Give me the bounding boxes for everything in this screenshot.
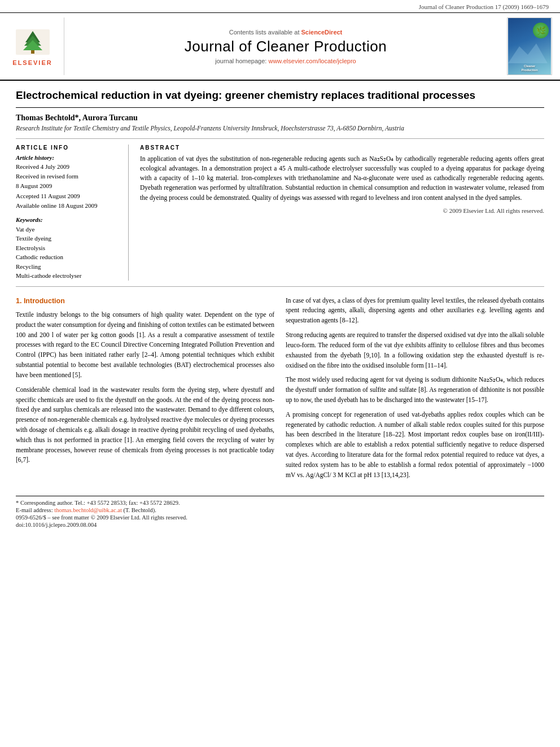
journal-title-center: Contents lists available at ScienceDirec…: [70, 18, 501, 75]
cover-box: 🌿 Cleaner Production: [508, 18, 551, 75]
elsevier-logo: ELSEVIER: [8, 18, 64, 75]
intro-para-1: Textile industry belongs to the big cons…: [16, 310, 274, 381]
footer-corresponding: * Corresponding author. Tel.: +43 5572 2…: [16, 500, 544, 506]
right-para-2: Strong reducing agents are required to t…: [286, 330, 544, 370]
journal-main-title: Journal of Cleaner Production: [185, 38, 387, 55]
abstract-section: ABSTRACT In application of vat dyes the …: [140, 145, 544, 281]
elsevier-wordmark: ELSEVIER: [12, 59, 52, 66]
article-received: Received 4 July 2009: [16, 163, 120, 171]
affiliation: Research Institute for Textile Chemistry…: [16, 125, 544, 132]
journal-ref: Journal of Cleaner Production 17 (2009) …: [419, 3, 549, 10]
homepage-text: journal homepage:: [215, 58, 268, 64]
body-columns: 1. Introduction Textile industry belongs…: [16, 296, 544, 485]
keyword-1: Vat dye: [16, 225, 120, 234]
cover-title: Cleaner Production: [521, 64, 537, 72]
abstract-text: In application of vat dyes the substitut…: [140, 154, 544, 203]
body-right-col: In case of vat dyes, a class of dyes for…: [286, 296, 544, 485]
keyword-5: Recycling: [16, 262, 120, 272]
footer-email-label: E-mail address:: [16, 507, 53, 513]
sciencedirect-text: Contents lists available at: [229, 29, 301, 36]
right-para-3: The most widely used reducing agent for …: [286, 375, 544, 405]
svg-marker-6: [508, 43, 548, 63]
article-info-section-title: ARTICLE INFO: [16, 145, 120, 151]
paper-title: Electrochemical reduction in vat dyeing:…: [16, 89, 544, 108]
article-available: Available online 18 August 2009: [16, 202, 120, 210]
keyword-3: Electrolysis: [16, 243, 120, 253]
footer-email-suffix: (T. Bechtold).: [123, 507, 156, 513]
page-wrapper: Journal of Cleaner Production 17 (2009) …: [0, 0, 560, 540]
keyword-6: Multi-cathode electrolyser: [16, 271, 120, 281]
page-footer: * Corresponding author. Tel.: +43 5572 2…: [16, 496, 544, 528]
sciencedirect-link[interactable]: ScienceDirect: [301, 29, 343, 36]
article-history-title: Article history:: [16, 154, 120, 161]
article-revised-label: Received in revised form: [16, 172, 120, 181]
cover-leaf-icon: 🌿: [536, 26, 546, 36]
article-revised-date: 8 August 2009: [16, 182, 120, 190]
homepage-url[interactable]: www.elsevier.com/locate/jclepro: [268, 58, 356, 64]
footer-email-line: E-mail address: thomas.bechtold@uibk.ac.…: [16, 507, 544, 513]
keywords-title: Keywords:: [16, 216, 120, 223]
journal-cover-image: 🌿 Cleaner Production: [507, 18, 552, 75]
footer-doi: doi:10.1016/j.jclepro.2009.08.004: [16, 522, 544, 528]
right-para-4: A promising concept for regeneration of …: [286, 410, 544, 480]
abstract-title: ABSTRACT: [140, 145, 544, 151]
introduction-heading: 1. Introduction: [16, 296, 274, 307]
intro-para-2: Considerable chemical load in the wastew…: [16, 385, 274, 466]
paper-content: Electrochemical reduction in vat dyeing:…: [0, 81, 560, 540]
keywords-section: Keywords: Vat dye Textile dyeing Electro…: [16, 216, 120, 281]
body-left-col: 1. Introduction Textile industry belongs…: [16, 296, 274, 485]
journal-header: ELSEVIER Contents lists available at Sci…: [0, 13, 560, 81]
footer-issn: 0959-6526/$ – see front matter © 2009 El…: [16, 514, 544, 521]
keyword-2: Textile dyeing: [16, 234, 120, 243]
right-para-1: In case of vat dyes, a class of dyes for…: [286, 296, 544, 326]
elsevier-tree-icon: [13, 27, 53, 58]
authors: Thomas Bechtold*, Aurora Turcanu: [16, 113, 544, 123]
article-accepted: Accepted 11 August 2009: [16, 192, 120, 200]
article-info-abstract: ARTICLE INFO Article history: Received 4…: [16, 138, 544, 287]
keyword-4: Cathodic reduction: [16, 252, 120, 262]
journal-meta-line: Journal of Cleaner Production 17 (2009) …: [0, 0, 560, 13]
article-info: ARTICLE INFO Article history: Received 4…: [16, 145, 129, 281]
sciencedirect-line: Contents lists available at ScienceDirec…: [229, 29, 343, 36]
cover-landscape-icon: [508, 35, 548, 63]
copyright-line: © 2009 Elsevier Ltd. All rights reserved…: [140, 207, 544, 214]
footer-email[interactable]: thomas.bechtold@uibk.ac.at: [54, 507, 122, 513]
journal-homepage-line: journal homepage: www.elsevier.com/locat…: [215, 58, 356, 64]
